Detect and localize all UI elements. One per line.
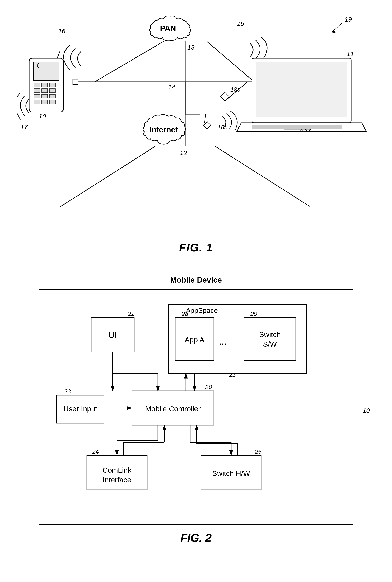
svg-line-16 [216, 146, 310, 207]
svg-rect-28 [34, 94, 40, 98]
svg-rect-58 [244, 318, 296, 361]
fig2-outer-box: 10 AppSpace 21 App A ... Switch S/W 28 [39, 289, 353, 525]
svg-text:25: 25 [254, 448, 262, 455]
svg-rect-25 [34, 89, 40, 93]
fig2-svg: AppSpace 21 App A ... Switch S/W 28 29 [52, 300, 341, 511]
svg-text:Switch H/W: Switch H/W [212, 469, 250, 477]
svg-text:13: 13 [188, 44, 195, 51]
svg-line-15 [60, 146, 155, 207]
page: 19 PAN 13 15 16 [0, 0, 392, 553]
svg-text:PAN: PAN [160, 24, 176, 33]
svg-rect-38 [256, 62, 347, 117]
svg-rect-26 [42, 89, 48, 93]
svg-text:S/W: S/W [263, 340, 277, 348]
svg-text:22: 22 [128, 310, 134, 317]
svg-rect-45 [220, 92, 229, 101]
svg-rect-23 [42, 83, 48, 87]
svg-text:21: 21 [229, 371, 236, 378]
svg-text:16: 16 [58, 27, 66, 35]
svg-text:29: 29 [250, 310, 257, 317]
svg-text:ComLink: ComLink [102, 466, 132, 474]
svg-rect-48 [204, 122, 211, 129]
svg-text:24: 24 [92, 448, 99, 455]
fig2-title: FIG. 2 [180, 532, 212, 544]
svg-text:17: 17 [20, 123, 28, 130]
ref-10: 10 [363, 407, 370, 414]
svg-rect-39 [252, 125, 342, 129]
svg-text:15: 15 [237, 20, 244, 27]
svg-text:AppSpace: AppSpace [186, 307, 218, 314]
svg-point-41 [301, 129, 302, 131]
svg-text:28: 28 [181, 310, 188, 317]
svg-text:Interface: Interface [103, 476, 131, 484]
svg-rect-24 [49, 83, 55, 87]
svg-point-42 [305, 129, 307, 131]
svg-line-34 [57, 50, 60, 58]
svg-rect-9 [73, 79, 78, 84]
svg-text:Switch: Switch [259, 330, 281, 338]
svg-text:12: 12 [180, 149, 187, 156]
fig1-container: 19 PAN 13 15 16 [17, 8, 375, 263]
fig1-title: FIG. 1 [179, 241, 213, 254]
svg-text:14: 14 [168, 83, 175, 91]
svg-text:10: 10 [39, 113, 46, 120]
fig2-mobile-device-label: Mobile Device [170, 276, 222, 285]
svg-rect-21 [34, 62, 59, 80]
svg-text:19: 19 [344, 16, 352, 23]
svg-point-43 [309, 129, 311, 131]
svg-rect-22 [34, 83, 40, 87]
svg-line-51 [204, 114, 206, 123]
svg-text:18a: 18a [230, 86, 240, 93]
svg-rect-27 [49, 89, 55, 93]
svg-rect-31 [34, 100, 40, 104]
svg-text:User Input: User Input [64, 405, 97, 413]
svg-line-18 [95, 41, 164, 82]
svg-line-19 [207, 41, 254, 82]
svg-text:App A: App A [185, 336, 204, 344]
svg-text:18b: 18b [218, 124, 228, 130]
svg-text:11: 11 [347, 50, 354, 57]
svg-rect-32 [42, 100, 48, 104]
svg-marker-2 [332, 30, 336, 33]
svg-text:...: ... [219, 337, 226, 346]
svg-text:20: 20 [205, 384, 212, 390]
svg-rect-30 [49, 94, 55, 98]
svg-text:Internet: Internet [150, 125, 178, 134]
svg-text:23: 23 [64, 388, 71, 395]
svg-rect-33 [49, 100, 55, 104]
svg-text:UI: UI [108, 330, 117, 340]
svg-text:Mobile Controller: Mobile Controller [146, 405, 201, 413]
fig2-container: Mobile Device 10 AppSpace 21 App A ... S… [17, 276, 375, 544]
svg-rect-29 [42, 94, 48, 98]
fig1-diagram: 19 PAN 13 15 16 [17, 8, 375, 237]
